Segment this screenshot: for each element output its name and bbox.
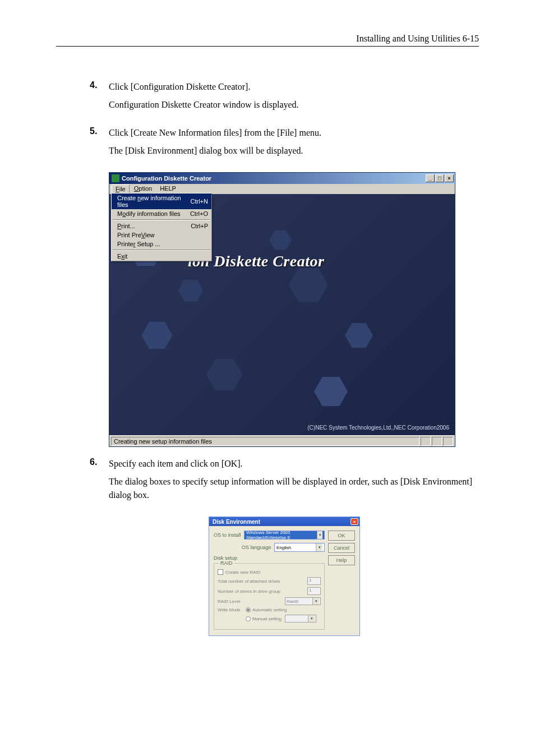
os-lang-select[interactable]: English ▾ [274, 543, 325, 552]
step-4-number: 4. [90, 80, 109, 116]
dialog-close-button[interactable]: × [350, 518, 358, 525]
num-drives-group-input[interactable]: 1 [307, 587, 321, 595]
chevron-down-icon: ▾ [308, 615, 315, 622]
close-button[interactable]: × [445, 174, 454, 182]
step-5-number: 5. [90, 126, 109, 162]
menu-printer-setup[interactable]: Printer Setup ... [112, 239, 211, 248]
total-drives-label: Total number of attached drives [218, 579, 307, 584]
dialog-title: Disk Environment [213, 519, 350, 525]
window-title: Configuration Diskette Creator [122, 175, 426, 182]
menu-modify[interactable]: Modify information files Ctrl+O [112, 209, 211, 218]
auto-label: Automatic setting [252, 607, 287, 612]
raid-level-label: RAID Level [218, 599, 285, 604]
chevron-down-icon: ▾ [312, 598, 319, 605]
create-raid-checkbox[interactable] [218, 569, 223, 575]
step-4-line2: Configuration Diskette Creator window is… [109, 98, 479, 112]
chevron-down-icon: ▾ [316, 543, 322, 551]
menu-print[interactable]: Print... Ctrl+P [112, 222, 211, 231]
manual-radio[interactable] [246, 616, 251, 621]
step-6-line1: Specify each item and click on [OK]. [109, 457, 479, 471]
menu-preview[interactable]: Print PreView [112, 231, 211, 239]
raid-group: RAID Create new RAID Total number of att… [214, 563, 325, 630]
minimize-button[interactable]: _ [426, 174, 435, 182]
status-cell-1 [421, 437, 431, 446]
step-6-line2: The dialog boxes to specify setup inform… [109, 475, 479, 502]
os-install-select[interactable]: Windows Server 2003 Standard/Enterprise … [244, 531, 325, 540]
menu-create-new[interactable]: Create new information files Ctrl+N [112, 193, 211, 209]
os-lang-label: OS language [242, 545, 272, 550]
chevron-down-icon: ▾ [317, 531, 322, 539]
menu-help[interactable]: HELP [156, 185, 179, 193]
write-mode-label: Write Mode [218, 607, 246, 612]
cancel-button[interactable]: Cancel [328, 543, 355, 553]
status-cell-3 [443, 437, 453, 446]
num-drives-group-label: Number of drives in drive group [218, 589, 307, 594]
manual-select[interactable]: ▾ [285, 615, 316, 623]
auto-radio[interactable] [246, 607, 251, 612]
step-5-line1: Click [Create New Information files] fro… [109, 126, 479, 140]
step-6-number: 6. [90, 457, 109, 506]
total-drives-input[interactable]: 1 [307, 577, 321, 585]
manual-label: Manual setting [252, 616, 282, 621]
copyright-text: (C)NEC System Technologies,Ltd.,NEC Corp… [307, 425, 449, 431]
raid-level-select[interactable]: Raid0 ▾ [285, 597, 321, 605]
page-header: Installing and Using Utilities 6-15 [56, 34, 479, 44]
app-icon [112, 174, 119, 182]
maximize-button[interactable]: □ [435, 174, 444, 182]
step-5-line2: The [Disk Environment] dialog box will b… [109, 144, 479, 158]
menu-option[interactable]: Option [131, 185, 155, 193]
status-cell-2 [432, 437, 442, 446]
os-install-label: OS to install [214, 532, 242, 538]
disk-environment-dialog: Disk Environment × OS to install Windows… [209, 517, 360, 636]
create-raid-label: Create new RAID [225, 570, 260, 575]
raid-group-title: RAID [219, 560, 234, 566]
config-diskette-window: Configuration Diskette Creator _ □ × Fil… [109, 172, 455, 447]
file-menu-dropdown: Create new information files Ctrl+N Modi… [111, 193, 212, 261]
ok-button[interactable]: OK [328, 531, 355, 541]
menu-exit[interactable]: Exit [112, 252, 211, 261]
step-4-line1: Click [Configuration Diskette Creator]. [109, 80, 479, 94]
status-bar-text: Creating new setup information files [111, 437, 419, 446]
help-button[interactable]: Help [328, 555, 355, 565]
menu-file[interactable]: File [112, 185, 130, 193]
